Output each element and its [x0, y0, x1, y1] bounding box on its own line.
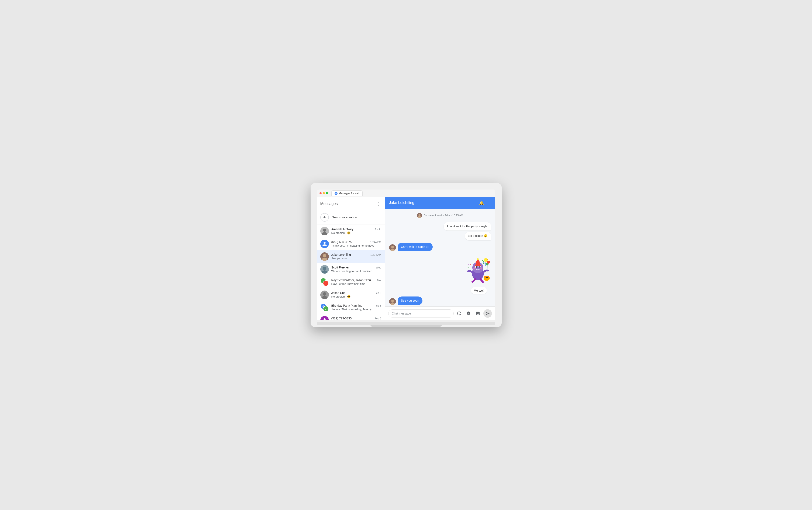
svg-point-27 — [476, 266, 477, 268]
chat-meta-text: Conversation with Jake • 10:15 AM — [424, 214, 463, 217]
dot-green[interactable] — [326, 192, 328, 194]
new-conversation-label: New conversation — [332, 215, 357, 219]
chat-message-input[interactable] — [388, 309, 454, 318]
svg-point-6 — [323, 254, 326, 258]
conv-preview-scott: We are heading to San Francisco — [331, 270, 381, 273]
conv-info-amanda: Amanda McNary 2 min No problem! 😊 — [331, 228, 381, 235]
conv-time-scott: Wed — [376, 266, 381, 269]
svg-point-48 — [487, 259, 488, 260]
send-button[interactable] — [483, 309, 492, 318]
tab-label: Messages for web — [339, 192, 359, 195]
svg-point-43 — [487, 277, 488, 278]
conv-time-amanda: 2 min — [375, 228, 381, 231]
svg-point-3 — [323, 229, 326, 232]
avatar-jake-msg2 — [389, 298, 396, 305]
image-button[interactable] — [474, 310, 482, 317]
conv-info-scott: Scott Fleener Wed We are heading to San … — [331, 266, 381, 273]
conversation-item-scott[interactable]: Scott Fleener Wed We are heading to San … — [317, 263, 385, 276]
chat-header: Jake Leichtling 🔔 ⋮ — [385, 197, 495, 209]
conv-info-519: (519) 729-5335 Feb 5 Yes, I will contact… — [331, 317, 381, 320]
sidebar-more-icon[interactable]: ⋮ — [375, 201, 381, 207]
browser-bar: m Messages for web — [317, 189, 495, 197]
new-conversation-button[interactable]: + New conversation — [317, 210, 385, 225]
party-monster-sticker — [463, 255, 491, 283]
conversation-item-519[interactable]: (519) 729-5335 Feb 5 Yes, I will contact… — [317, 314, 385, 320]
browser-dots — [319, 192, 328, 194]
conversation-item-ray[interactable]: T J Ray Schwerdtner, Jason Tzou Tue Ray:… — [317, 276, 385, 289]
conv-name-scott: Scott Fleener — [331, 266, 349, 269]
dot-red[interactable] — [319, 192, 322, 194]
svg-point-9 — [323, 267, 326, 270]
conv-name-jason: Jason Cho — [331, 291, 346, 295]
conv-preview-jake: See you soon — [331, 257, 381, 260]
message-bubble-received-2: See you soon — [398, 297, 423, 305]
app-container: Messages ⋮ + New conversation — [317, 197, 495, 320]
browser-tab[interactable]: m Messages for web — [331, 190, 362, 196]
conv-info-jason: Jason Cho Feb 6 No problem! 😎 — [331, 291, 381, 298]
avatar-jake-msg1 — [389, 244, 396, 251]
conv-time-519: Feb 5 — [375, 317, 381, 320]
svg-point-28 — [479, 266, 481, 268]
svg-point-42 — [486, 277, 487, 278]
avatar-ray-group: T J — [320, 278, 329, 286]
avatar-650 — [320, 240, 329, 248]
conversation-item-amanda[interactable]: Amanda McNary 2 min No problem! 😊 — [317, 225, 385, 238]
svg-point-29 — [473, 267, 475, 270]
chat-meta-info: Conversation with Jake • 10:15 AM — [389, 213, 491, 218]
messages-tab-icon: m — [335, 192, 338, 195]
conv-time-jason: Feb 6 — [375, 292, 381, 295]
notification-icon[interactable]: 🔔 — [479, 201, 484, 205]
chat-header-icons: 🔔 ⋮ — [479, 201, 491, 205]
emoji-button[interactable] — [455, 310, 463, 317]
conv-preview-birthday: Jacinta: That is amazing, Jeremy — [331, 308, 381, 311]
dot-yellow[interactable] — [323, 192, 325, 194]
conversation-item-650[interactable]: (650) 695-3875 12:44 PM Thank you. I'm h… — [317, 238, 385, 250]
conv-preview-650: Thank you. I'm heading home now. — [331, 244, 381, 247]
conv-info-birthday: Birthday Party Planning Feb 6 Jacinta: T… — [331, 304, 381, 311]
svg-rect-46 — [487, 268, 488, 269]
chat-area: Jake Leichtling 🔔 ⋮ — [385, 197, 495, 320]
new-conv-plus-icon: + — [320, 213, 329, 221]
conversations-list: Amanda McNary 2 min No problem! 😊 — [317, 225, 385, 320]
laptop-wrapper: m Messages for web Messages ⋮ + New conv… — [311, 183, 502, 327]
conv-time-birthday: Feb 6 — [375, 304, 381, 307]
conv-name-birthday: Birthday Party Planning — [331, 304, 362, 307]
message-bubble-sent-1: I can't wait for the party tonight — [444, 222, 491, 231]
sidebar-title: Messages — [320, 202, 338, 206]
sent-me-too-group: Me too! — [389, 287, 491, 294]
conv-name-519: (519) 729-5335 — [331, 317, 352, 320]
message-bubble-received-1: Can't wait to catch up — [398, 243, 433, 251]
conv-preview-jason: No problem! 😎 — [331, 295, 381, 298]
conv-preview-amanda: No problem! 😊 — [331, 231, 381, 235]
chat-more-icon[interactable]: ⋮ — [487, 201, 491, 205]
chat-messages: Conversation with Jake • 10:15 AM I can'… — [385, 209, 495, 306]
sidebar-header: Messages ⋮ — [317, 197, 385, 210]
svg-point-18 — [418, 214, 420, 216]
conv-time-ray: Tue — [377, 279, 381, 282]
avatar-519 — [320, 316, 329, 320]
avatar-birthday-group: A J — [320, 303, 329, 312]
conv-preview-ray: Ray: Let me know next time — [331, 282, 381, 286]
avatar-scott — [320, 265, 329, 274]
svg-text:m: m — [335, 193, 337, 194]
sticker-button[interactable] — [465, 310, 472, 317]
svg-point-33 — [477, 258, 479, 260]
conv-name-650: (650) 695-3875 — [331, 240, 352, 244]
conv-name-ray: Ray Schwerdtner, Jason Tzou — [331, 278, 371, 282]
conversation-item-jason[interactable]: Jason Cho Feb 6 No problem! 😎 — [317, 289, 385, 301]
sticker-area — [389, 255, 491, 283]
avatar-jake — [320, 252, 329, 261]
message-bubble-me-too: Me too! — [471, 287, 487, 294]
conv-name-jake: Jake Leichtling — [331, 253, 351, 257]
conv-name-amanda: Amanda McNary — [331, 228, 353, 231]
conversation-item-birthday[interactable]: A J Birthday Party Planning Feb 6 Jacint… — [317, 301, 385, 314]
conversation-item-jake[interactable]: Jake Leichtling 10:34 AM See you soon — [317, 250, 385, 263]
chat-meta-avatar — [417, 213, 422, 218]
conv-info-650: (650) 695-3875 12:44 PM Thank you. I'm h… — [331, 240, 381, 247]
conv-time-jake: 10:34 AM — [371, 253, 381, 257]
sidebar: Messages ⋮ + New conversation — [317, 197, 385, 320]
chat-header-name: Jake Leichtling — [389, 201, 414, 205]
svg-point-34 — [484, 258, 488, 262]
laptop-screen: m Messages for web Messages ⋮ + New conv… — [317, 189, 495, 320]
message-bubble-sent-2: So excited! 🙂 — [465, 232, 491, 240]
